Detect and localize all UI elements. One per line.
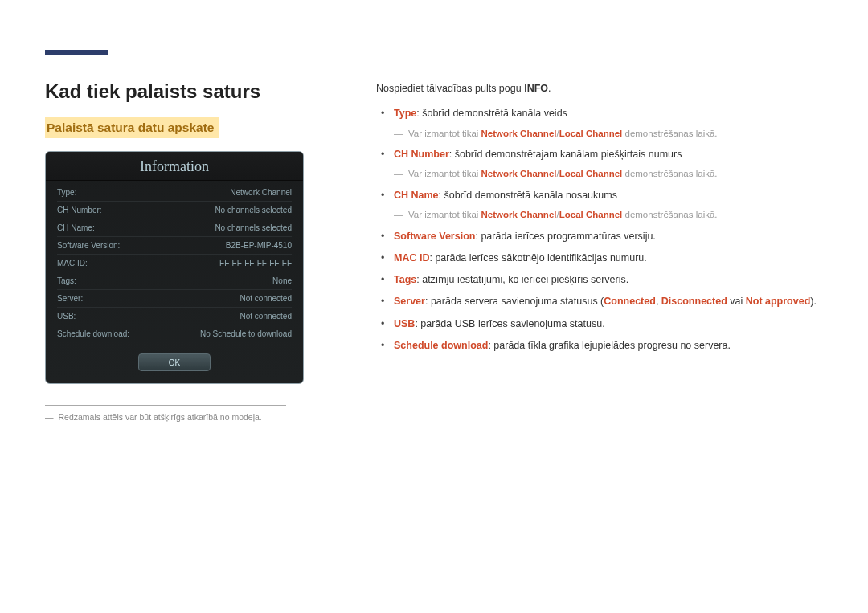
list-item: USB: parāda USB ierīces savienojuma stat… (392, 316, 829, 333)
ok-button[interactable]: OK (138, 353, 211, 371)
term: Schedule download (394, 340, 488, 351)
info-value: Not connected (240, 294, 293, 303)
info-row: CH Number:No channels selected (57, 202, 292, 219)
term-rest: : šobrīd demonstrētā kanāla nosaukums (439, 190, 617, 201)
left-column: Kad tiek palaists saturs Palaistā satura… (45, 80, 318, 422)
list-item: MAC ID: parāda ierīces sākotnējo identif… (392, 250, 829, 267)
list-item: CH Name: šobrīd demonstrētā kanāla nosau… (392, 187, 829, 223)
term-rest: : atzīmju iestatījumi, ko ierīcei piešķī… (416, 274, 628, 285)
info-label: Schedule download: (57, 329, 129, 338)
info-row: Schedule download:No Schedule to downloa… (57, 325, 292, 342)
term-rest: : šobrīd demonstrētajam kanālam piešķirt… (449, 149, 682, 160)
info-label: Software Version: (57, 241, 120, 250)
info-value: No channels selected (215, 223, 292, 232)
info-label: Tags: (57, 276, 76, 285)
info-value: Not connected (240, 312, 293, 321)
section-title: Palaistā satura datu apskate (45, 117, 219, 138)
sub-note: Var izmantot tikai Network Channel/Local… (394, 126, 829, 142)
info-row: Server:Not connected (57, 290, 292, 308)
term-rest: : parāda ierīces programmatūras versiju. (475, 231, 655, 242)
right-column: Nospiediet tālvadības pults pogu INFO. T… (376, 80, 829, 422)
info-value: No Schedule to download (200, 329, 292, 338)
information-panel-title: Information (46, 152, 303, 181)
intro-bold: INFO (524, 83, 548, 94)
info-value: B2B-EP-MIP-4510 (226, 241, 292, 250)
information-panel: Information Type:Network Channel CH Numb… (45, 151, 304, 384)
top-divider (45, 55, 829, 55)
list-item: Software Version: parāda ierīces program… (392, 228, 829, 245)
footnote-text: Redzamais attēls var būt atšķirīgs atkar… (45, 412, 318, 422)
term: Tags (394, 274, 416, 285)
info-row: USB:Not connected (57, 308, 292, 325)
information-rows: Type:Network Channel CH Number:No channe… (46, 181, 303, 345)
list-item: Server: parāda servera savienojuma statu… (392, 293, 829, 310)
page-title: Kad tiek palaists saturs (45, 80, 318, 103)
info-value: No channels selected (215, 206, 292, 215)
intro-text: Nospiediet tālvadības pults pogu INFO. (376, 80, 829, 97)
info-value: Network Channel (230, 188, 292, 197)
ok-row: OK (46, 345, 303, 371)
intro-suffix: . (548, 83, 551, 94)
info-row: CH Name:No channels selected (57, 219, 292, 237)
term: CH Name (394, 190, 439, 201)
term-rest: : parāda ierīces sākotnējo identifikācij… (429, 252, 646, 264)
list-item: CH Number: šobrīd demonstrētajam kanālam… (392, 146, 829, 182)
list-item: Schedule download: parāda tīkla grafika … (392, 337, 829, 354)
list-item: Tags: atzīmju iestatījumi, ko ierīcei pi… (392, 272, 829, 288)
info-row: Type:Network Channel (57, 184, 292, 202)
info-label: CH Number: (57, 206, 102, 215)
term: MAC ID (394, 252, 429, 264)
info-label: CH Name: (57, 223, 95, 232)
footnote-divider (45, 405, 286, 406)
info-label: MAC ID: (57, 259, 88, 268)
term-rest: : parāda tīkla grafika lejupielādes prog… (488, 340, 731, 351)
term-rest: : šobrīd demonstrētā kanāla veids (416, 108, 567, 119)
info-label: Server: (57, 294, 83, 303)
term: USB (394, 318, 415, 329)
list-item: Type: šobrīd demonstrētā kanāla veids Va… (392, 105, 829, 141)
info-value: None (272, 276, 292, 285)
page-content: Kad tiek palaists saturs Palaistā satura… (0, 0, 868, 422)
info-row: Tags:None (57, 272, 292, 290)
info-label: USB: (57, 312, 76, 321)
intro-prefix: Nospiediet tālvadības pults pogu (376, 83, 524, 94)
description-list: Type: šobrīd demonstrētā kanāla veids Va… (376, 105, 829, 354)
term: Server (394, 296, 425, 307)
term: Type (394, 108, 416, 119)
term: Software Version (394, 231, 475, 242)
info-row: MAC ID:FF-FF-FF-FF-FF-FF (57, 255, 292, 272)
term-rest: : parāda USB ierīces savienojuma statusu… (415, 318, 604, 329)
info-label: Type: (57, 188, 76, 197)
sub-note: Var izmantot tikai Network Channel/Local… (394, 166, 829, 182)
info-value: FF-FF-FF-FF-FF-FF (219, 259, 292, 268)
info-row: Software Version:B2B-EP-MIP-4510 (57, 237, 292, 255)
term: CH Number (394, 149, 449, 160)
sub-note: Var izmantot tikai Network Channel/Local… (394, 207, 829, 223)
